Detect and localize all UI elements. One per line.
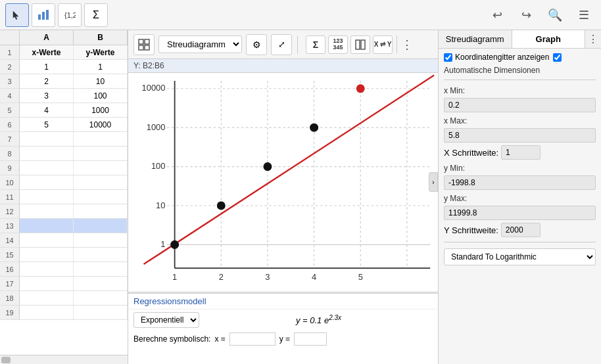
table-row[interactable]: 9 bbox=[0, 161, 128, 175]
cell-a[interactable] bbox=[20, 190, 74, 204]
col-b-header: B bbox=[74, 30, 128, 45]
horizontal-scrollbar[interactable] bbox=[0, 355, 128, 364]
cell-b[interactable] bbox=[74, 204, 128, 218]
cell-b[interactable]: 1 bbox=[74, 60, 128, 74]
cell-a[interactable]: 5 bbox=[20, 118, 74, 131]
more-options-button[interactable]: ⋮ bbox=[401, 37, 413, 52]
tab-graph[interactable]: Graph bbox=[512, 30, 586, 48]
list-button[interactable]: {1,2} bbox=[58, 3, 82, 27]
right-menu-button[interactable]: ⋮ bbox=[585, 30, 601, 48]
chart-type-select[interactable]: Streudiagramm bbox=[158, 35, 242, 53]
row-number: 13 bbox=[0, 219, 20, 233]
chart-expand-button[interactable]: ⤢ bbox=[271, 34, 292, 55]
cell-b[interactable]: 10 bbox=[74, 74, 128, 88]
right-panel: › Streudiagramm Graph ⋮ Koordinatengitte… bbox=[438, 30, 601, 364]
cell-b[interactable]: 10000 bbox=[74, 118, 128, 131]
x-input[interactable] bbox=[229, 332, 276, 346]
table-row[interactable]: 43100 bbox=[0, 89, 128, 103]
cell-a[interactable] bbox=[20, 248, 74, 262]
zoom-button[interactable]: 🔍 bbox=[543, 3, 567, 27]
chart-settings-button[interactable]: ⚙ bbox=[246, 34, 267, 55]
cell-b[interactable] bbox=[74, 248, 128, 262]
table-row[interactable]: 8 bbox=[0, 147, 128, 161]
cell-a[interactable] bbox=[20, 204, 74, 218]
x-max-input[interactable] bbox=[444, 128, 596, 143]
table-row[interactable]: 12 bbox=[0, 204, 128, 219]
cell-b[interactable] bbox=[74, 306, 128, 319]
table-row[interactable]: 18 bbox=[0, 291, 128, 306]
row-number: 5 bbox=[0, 103, 20, 117]
bar-chart-button[interactable] bbox=[32, 3, 55, 27]
sigma-button[interactable]: Σ bbox=[84, 3, 108, 27]
cell-a[interactable] bbox=[20, 147, 74, 160]
sigma-stats-icon[interactable]: Σ bbox=[306, 35, 325, 54]
x-step-input[interactable] bbox=[501, 145, 541, 160]
cell-a[interactable]: 3 bbox=[20, 89, 74, 102]
x-min-input[interactable] bbox=[444, 98, 596, 112]
svg-rect-0 bbox=[38, 14, 41, 20]
cell-a[interactable] bbox=[20, 219, 74, 233]
table-row[interactable]: 16 bbox=[0, 262, 128, 277]
cell-b[interactable] bbox=[74, 161, 128, 175]
transform-select[interactable]: Standard To Logarithmic Standard Logarit… bbox=[444, 248, 596, 265]
cell-b[interactable]: 1000 bbox=[74, 103, 128, 117]
table-row[interactable]: 11 bbox=[0, 190, 128, 204]
cell-b[interactable] bbox=[74, 147, 128, 160]
undo-button[interactable]: ↩ bbox=[485, 3, 509, 27]
cell-a[interactable] bbox=[20, 175, 74, 189]
redo-button[interactable]: ↪ bbox=[514, 3, 538, 27]
chart-grid-icon[interactable] bbox=[133, 34, 155, 55]
cell-b[interactable] bbox=[74, 277, 128, 290]
menu-button[interactable]: ☰ bbox=[572, 3, 596, 27]
table-row[interactable]: 3210 bbox=[0, 74, 128, 89]
y-step-input[interactable] bbox=[501, 223, 541, 237]
cell-a[interactable] bbox=[20, 233, 74, 247]
cell-a[interactable] bbox=[20, 291, 74, 305]
grid-label: Koordinatengitter anzeigen bbox=[455, 53, 549, 62]
cursor-tool-button[interactable] bbox=[5, 3, 29, 27]
cell-a[interactable] bbox=[20, 132, 74, 146]
regression-type-select[interactable]: Exponentiell bbox=[133, 312, 199, 328]
table-row[interactable]: 14 bbox=[0, 233, 128, 248]
table-row[interactable]: 541000 bbox=[0, 103, 128, 118]
cell-a[interactable] bbox=[20, 161, 74, 175]
svg-text:100: 100 bbox=[151, 161, 166, 171]
cell-b[interactable] bbox=[74, 132, 128, 146]
scroll-thumb bbox=[1, 357, 11, 363]
cell-b[interactable] bbox=[74, 291, 128, 305]
cell-b[interactable] bbox=[74, 262, 128, 276]
table-row[interactable]: 211 bbox=[0, 60, 128, 74]
cell-a[interactable] bbox=[20, 262, 74, 276]
cell-a[interactable] bbox=[20, 306, 74, 319]
cell-b[interactable]: 100 bbox=[74, 89, 128, 102]
table-row[interactable]: 17 bbox=[0, 277, 128, 291]
cell-b[interactable] bbox=[74, 175, 128, 189]
cell-b[interactable]: y-Werte bbox=[74, 45, 128, 59]
cell-b[interactable] bbox=[74, 219, 128, 233]
cell-b[interactable] bbox=[74, 190, 128, 204]
table-row[interactable]: 10 bbox=[0, 175, 128, 190]
columns-icon[interactable] bbox=[350, 35, 370, 54]
auto-dim-checkbox[interactable] bbox=[553, 53, 562, 62]
table-row[interactable]: 6510000 bbox=[0, 118, 128, 132]
y-max-input[interactable] bbox=[444, 206, 596, 220]
y-min-input[interactable] bbox=[444, 175, 596, 190]
cell-a[interactable]: 2 bbox=[20, 74, 74, 88]
table-row[interactable]: 7 bbox=[0, 132, 128, 147]
table-row[interactable]: 1x-Wertey-Werte bbox=[0, 45, 128, 60]
xy-swap-icon[interactable]: X ⇌ Y bbox=[373, 35, 393, 54]
grid-checkbox-row: Koordinatengitter anzeigen bbox=[444, 53, 596, 62]
table-row[interactable]: 19 bbox=[0, 306, 128, 320]
table-stats-icon[interactable]: 123345 bbox=[328, 35, 348, 54]
y-input[interactable] bbox=[294, 332, 327, 346]
grid-checkbox[interactable] bbox=[444, 53, 452, 62]
settings-icon: ⚙ bbox=[252, 39, 261, 50]
cell-b[interactable] bbox=[74, 233, 128, 247]
tab-streudiagramm[interactable]: Streudiagramm bbox=[439, 30, 512, 48]
cell-a[interactable]: x-Werte bbox=[20, 45, 74, 59]
cell-a[interactable]: 1 bbox=[20, 60, 74, 74]
table-row[interactable]: 13 bbox=[0, 219, 128, 233]
cell-a[interactable]: 4 bbox=[20, 103, 74, 117]
table-row[interactable]: 15 bbox=[0, 248, 128, 262]
cell-a[interactable] bbox=[20, 277, 74, 290]
